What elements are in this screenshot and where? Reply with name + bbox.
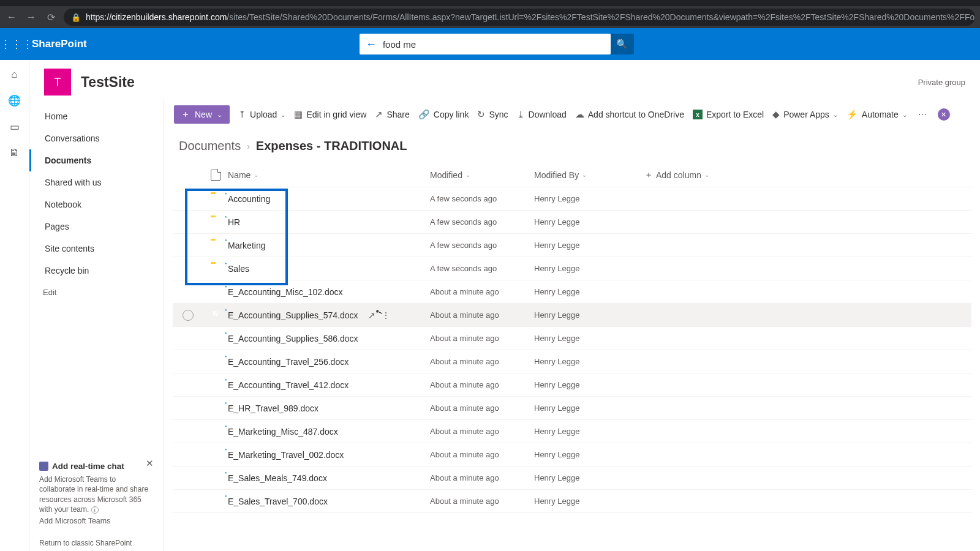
product-name[interactable]: SharePoint: [32, 38, 87, 50]
word-doc-icon: [211, 427, 221, 437]
modified-by-cell[interactable]: Henry Legge: [534, 310, 644, 320]
new-indicator-icon: ⋆: [224, 283, 228, 290]
leftnav-item-site-contents[interactable]: Site contents: [29, 238, 164, 260]
table-row[interactable]: E_Sales_Meals_749.docx⋆About a minute ag…: [173, 467, 971, 490]
add-shortcut-button[interactable]: ☁Add shortcut to OneDrive: [575, 109, 684, 120]
table-row[interactable]: E_Accounting_Supplies_574.docx⋆↗⋮↖About …: [173, 304, 971, 327]
file-name[interactable]: Sales⋆: [228, 264, 249, 274]
modified-by-cell[interactable]: Henry Legge: [534, 403, 644, 413]
upload-button[interactable]: ⤒Upload⌄: [238, 109, 285, 120]
share-button[interactable]: ↗Share: [375, 109, 409, 120]
info-icon[interactable]: i: [91, 506, 99, 514]
forward-button[interactable]: →: [24, 12, 38, 23]
file-name[interactable]: E_Marketing_Travel_002.docx⋆: [228, 450, 344, 460]
table-row[interactable]: E_Accounting_Travel_412.docx⋆About a min…: [173, 373, 971, 397]
modified-by-cell[interactable]: Henry Legge: [534, 241, 644, 250]
leftnav-item-recycle-bin[interactable]: Recycle bin: [29, 260, 164, 282]
edit-grid-button[interactable]: ▦Edit in grid view: [294, 109, 366, 120]
file-name[interactable]: HR⋆: [228, 217, 240, 227]
table-row[interactable]: Marketing⋆A few seconds agoHenry Legge: [173, 234, 971, 257]
file-name[interactable]: E_Accounting_Travel_412.docx⋆: [228, 380, 349, 390]
column-type[interactable]: [203, 170, 228, 181]
file-name[interactable]: E_Accounting_Misc_102.docx⋆: [228, 287, 343, 297]
close-panel-button[interactable]: ✕: [938, 108, 950, 121]
file-name[interactable]: E_HR_Travel_989.docx⋆: [228, 403, 318, 413]
table-row[interactable]: E_Sales_Travel_700.docx⋆About a minute a…: [173, 490, 971, 513]
automate-button[interactable]: ⚡Automate⌄: [846, 109, 907, 120]
modified-by-cell[interactable]: Henry Legge: [534, 497, 644, 506]
modified-by-cell[interactable]: Henry Legge: [534, 287, 644, 296]
leftnav-edit[interactable]: Edit: [29, 282, 164, 303]
rail-news-icon[interactable]: ▭: [10, 121, 20, 133]
app-launcher-icon[interactable]: ⋮⋮⋮: [0, 37, 32, 51]
file-name[interactable]: E_Sales_Meals_749.docx⋆: [228, 473, 327, 483]
close-icon[interactable]: ✕: [146, 458, 154, 469]
power-apps-button[interactable]: ◆Power Apps⌄: [772, 109, 838, 120]
more-commands-button[interactable]: ⋯: [916, 110, 929, 119]
table-row[interactable]: E_Accounting_Supplies_586.docx⋆About a m…: [173, 327, 971, 350]
file-name[interactable]: Marketing⋆: [228, 241, 265, 250]
file-name[interactable]: E_Accounting_Supplies_586.docx⋆: [228, 334, 358, 343]
classic-link[interactable]: Return to classic SharePoint: [39, 539, 132, 547]
file-name[interactable]: E_Accounting_Travel_256.docx⋆: [228, 357, 349, 367]
table-row[interactable]: Accounting⋆A few seconds agoHenry Legge: [173, 187, 971, 211]
column-name[interactable]: Name⌄: [228, 170, 430, 180]
modified-by-cell[interactable]: Henry Legge: [534, 473, 644, 482]
new-button[interactable]: ＋New⌄: [174, 105, 230, 124]
export-excel-button[interactable]: xExport to Excel: [693, 110, 764, 119]
sync-button[interactable]: ↻Sync: [477, 109, 508, 120]
file-list[interactable]: Name⌄ Modified ⌄ Modified By ⌄ ＋Add colu…: [164, 163, 980, 551]
row-share-icon[interactable]: ↗: [368, 310, 375, 320]
leftnav-item-documents[interactable]: Documents: [29, 149, 164, 171]
new-indicator-icon: ⋆: [224, 493, 228, 499]
breadcrumb-root[interactable]: Documents: [179, 139, 241, 153]
file-name[interactable]: Accounting⋆: [228, 194, 270, 204]
leftnav-item-shared-with-us[interactable]: Shared with us: [29, 171, 164, 193]
search-back-icon[interactable]: ←: [366, 38, 377, 51]
leftnav-item-notebook[interactable]: Notebook: [29, 193, 164, 216]
file-name[interactable]: E_Sales_Travel_700.docx⋆: [228, 497, 328, 506]
rail-home-icon[interactable]: ⌂: [11, 69, 17, 81]
table-row[interactable]: E_Marketing_Misc_487.docx⋆About a minute…: [173, 420, 971, 443]
leftnav-item-pages[interactable]: Pages: [29, 216, 164, 238]
rail-globe-icon[interactable]: 🌐: [8, 94, 21, 107]
column-modified[interactable]: Modified ⌄: [430, 170, 534, 180]
site-logo[interactable]: T: [44, 69, 71, 96]
modified-by-cell[interactable]: Henry Legge: [534, 264, 644, 273]
table-row[interactable]: E_Accounting_Misc_102.docx⋆About a minut…: [173, 280, 971, 304]
reload-button[interactable]: ⟳: [44, 12, 58, 23]
rail-files-icon[interactable]: 🗎: [9, 147, 20, 159]
row-select-circle[interactable]: [183, 310, 194, 321]
leftnav-item-home[interactable]: Home: [29, 105, 164, 127]
new-indicator-icon: ⋆: [224, 307, 228, 313]
search-input[interactable]: [383, 39, 605, 50]
new-indicator-icon: ⋆: [224, 237, 228, 243]
modified-by-cell[interactable]: Henry Legge: [534, 194, 644, 203]
table-row[interactable]: HR⋆A few seconds agoHenry Legge: [173, 211, 971, 234]
table-row[interactable]: E_HR_Travel_989.docx⋆About a minute agoH…: [173, 397, 971, 420]
table-row[interactable]: E_Accounting_Travel_256.docx⋆About a min…: [173, 350, 971, 373]
back-button[interactable]: ←: [5, 12, 18, 23]
modified-cell: About a minute ago: [430, 403, 534, 413]
download-button[interactable]: ⤓Download: [517, 109, 567, 120]
modified-by-cell[interactable]: Henry Legge: [534, 357, 644, 366]
column-modified-by[interactable]: Modified By ⌄: [534, 170, 644, 180]
modified-by-cell[interactable]: Henry Legge: [534, 427, 644, 436]
site-title[interactable]: TestSite: [81, 74, 135, 91]
copy-link-button[interactable]: 🔗Copy link: [418, 109, 469, 120]
table-row[interactable]: E_Marketing_Travel_002.docx⋆About a minu…: [173, 443, 971, 467]
modified-by-cell[interactable]: Henry Legge: [534, 450, 644, 459]
file-name[interactable]: E_Accounting_Supplies_574.docx⋆: [228, 310, 358, 320]
modified-by-cell[interactable]: Henry Legge: [534, 334, 644, 343]
modified-cell: A few seconds ago: [430, 194, 534, 203]
modified-by-cell[interactable]: Henry Legge: [534, 380, 644, 389]
table-row[interactable]: Sales⋆A few seconds agoHenry Legge: [173, 257, 971, 280]
search-button[interactable]: 🔍: [611, 34, 634, 54]
column-add[interactable]: ＋Add column ⌄: [644, 170, 742, 181]
url-field[interactable]: 🔒 https://citizenbuilders.sharepoint.com…: [64, 9, 975, 26]
leftnav-item-conversations[interactable]: Conversations: [29, 127, 164, 149]
file-name[interactable]: E_Marketing_Misc_487.docx⋆: [228, 427, 338, 437]
teams-card-link[interactable]: Add Microsoft Teams: [39, 517, 154, 525]
search-box[interactable]: ←: [360, 34, 611, 54]
modified-by-cell[interactable]: Henry Legge: [534, 217, 644, 227]
